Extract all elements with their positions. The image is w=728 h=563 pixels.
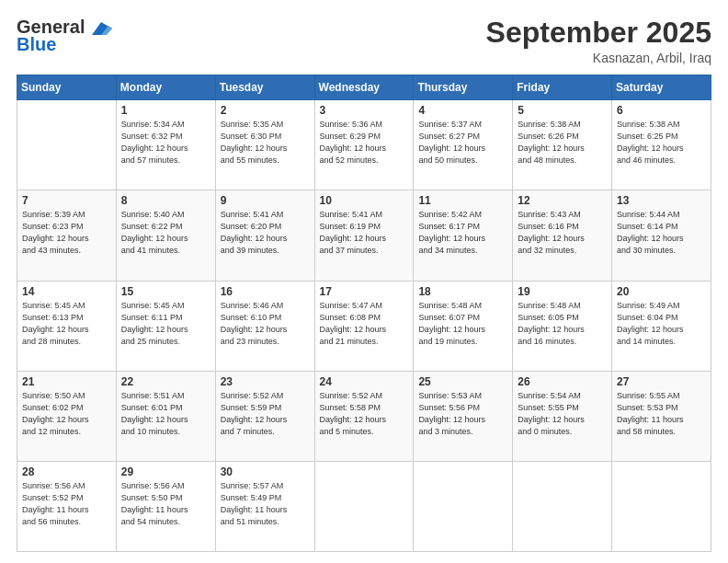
day-number: 17 xyxy=(320,285,409,298)
day-info: Sunrise: 5:49 AM Sunset: 6:04 PM Dayligh… xyxy=(617,300,706,348)
calendar-cell: 21Sunrise: 5:50 AM Sunset: 6:02 PM Dayli… xyxy=(17,371,117,461)
day-info: Sunrise: 5:57 AM Sunset: 5:49 PM Dayligh… xyxy=(221,480,310,528)
day-info: Sunrise: 5:50 AM Sunset: 6:02 PM Dayligh… xyxy=(22,390,111,438)
calendar-cell: 10Sunrise: 5:41 AM Sunset: 6:19 PM Dayli… xyxy=(314,190,414,281)
calendar-cell xyxy=(314,461,414,551)
day-number: 6 xyxy=(617,104,706,117)
month-title: September 2025 xyxy=(486,17,711,49)
week-row-2: 7Sunrise: 5:39 AM Sunset: 6:23 PM Daylig… xyxy=(17,190,711,281)
day-info: Sunrise: 5:51 AM Sunset: 6:01 PM Dayligh… xyxy=(121,390,210,438)
day-number: 7 xyxy=(22,194,111,207)
day-number: 21 xyxy=(22,375,111,388)
day-info: Sunrise: 5:34 AM Sunset: 6:32 PM Dayligh… xyxy=(121,119,210,167)
calendar-cell: 29Sunrise: 5:56 AM Sunset: 5:50 PM Dayli… xyxy=(116,461,215,551)
day-number: 12 xyxy=(518,194,607,207)
calendar-cell: 11Sunrise: 5:42 AM Sunset: 6:17 PM Dayli… xyxy=(414,190,513,281)
day-number: 2 xyxy=(221,104,310,117)
col-friday: Friday xyxy=(513,75,612,100)
week-row-3: 14Sunrise: 5:45 AM Sunset: 6:13 PM Dayli… xyxy=(17,281,711,371)
calendar-cell: 22Sunrise: 5:51 AM Sunset: 6:01 PM Dayli… xyxy=(116,371,215,461)
title-block: September 2025 Kasnazan, Arbil, Iraq xyxy=(486,17,711,65)
calendar-cell: 12Sunrise: 5:43 AM Sunset: 6:16 PM Dayli… xyxy=(513,190,612,281)
day-number: 3 xyxy=(320,104,409,117)
week-row-1: 1Sunrise: 5:34 AM Sunset: 6:32 PM Daylig… xyxy=(17,100,711,190)
calendar-cell xyxy=(612,461,711,551)
calendar-cell: 2Sunrise: 5:35 AM Sunset: 6:30 PM Daylig… xyxy=(215,100,314,190)
calendar-cell: 9Sunrise: 5:41 AM Sunset: 6:20 PM Daylig… xyxy=(215,190,314,281)
day-info: Sunrise: 5:45 AM Sunset: 6:11 PM Dayligh… xyxy=(121,300,210,348)
day-info: Sunrise: 5:37 AM Sunset: 6:27 PM Dayligh… xyxy=(418,119,507,167)
day-info: Sunrise: 5:39 AM Sunset: 6:23 PM Dayligh… xyxy=(22,209,111,257)
day-info: Sunrise: 5:40 AM Sunset: 6:22 PM Dayligh… xyxy=(121,209,210,257)
day-number: 1 xyxy=(121,104,210,117)
header: General Blue September 2025 Kasnazan, Ar… xyxy=(17,17,711,65)
calendar-cell xyxy=(17,100,117,190)
day-info: Sunrise: 5:48 AM Sunset: 6:05 PM Dayligh… xyxy=(518,300,607,348)
calendar-cell: 18Sunrise: 5:48 AM Sunset: 6:07 PM Dayli… xyxy=(414,281,513,371)
day-info: Sunrise: 5:36 AM Sunset: 6:29 PM Dayligh… xyxy=(320,119,409,167)
week-row-4: 21Sunrise: 5:50 AM Sunset: 6:02 PM Dayli… xyxy=(17,371,711,461)
day-number: 13 xyxy=(617,194,706,207)
logo-icon xyxy=(92,22,112,35)
day-number: 16 xyxy=(221,285,310,298)
day-info: Sunrise: 5:45 AM Sunset: 6:13 PM Dayligh… xyxy=(22,300,111,348)
calendar-cell: 30Sunrise: 5:57 AM Sunset: 5:49 PM Dayli… xyxy=(215,461,314,551)
day-info: Sunrise: 5:38 AM Sunset: 6:26 PM Dayligh… xyxy=(518,119,607,167)
col-sunday: Sunday xyxy=(17,75,117,100)
calendar-cell: 23Sunrise: 5:52 AM Sunset: 5:59 PM Dayli… xyxy=(215,371,314,461)
calendar-table: Sunday Monday Tuesday Wednesday Thursday… xyxy=(17,75,711,552)
day-info: Sunrise: 5:41 AM Sunset: 6:19 PM Dayligh… xyxy=(320,209,409,257)
calendar-cell: 16Sunrise: 5:46 AM Sunset: 6:10 PM Dayli… xyxy=(215,281,314,371)
day-number: 23 xyxy=(221,375,310,388)
day-number: 26 xyxy=(518,375,607,388)
day-number: 5 xyxy=(518,104,607,117)
weekday-row: Sunday Monday Tuesday Wednesday Thursday… xyxy=(17,75,711,100)
day-info: Sunrise: 5:52 AM Sunset: 5:59 PM Dayligh… xyxy=(221,390,310,438)
calendar-cell: 25Sunrise: 5:53 AM Sunset: 5:56 PM Dayli… xyxy=(414,371,513,461)
day-info: Sunrise: 5:55 AM Sunset: 5:53 PM Dayligh… xyxy=(617,390,706,438)
calendar-cell: 17Sunrise: 5:47 AM Sunset: 6:08 PM Dayli… xyxy=(314,281,414,371)
day-number: 9 xyxy=(221,194,310,207)
logo-text-block: General Blue xyxy=(17,17,112,55)
day-number: 29 xyxy=(121,465,210,478)
day-info: Sunrise: 5:56 AM Sunset: 5:50 PM Dayligh… xyxy=(121,480,210,528)
day-info: Sunrise: 5:47 AM Sunset: 6:08 PM Dayligh… xyxy=(320,300,409,348)
day-info: Sunrise: 5:35 AM Sunset: 6:30 PM Dayligh… xyxy=(221,119,310,167)
col-tuesday: Tuesday xyxy=(215,75,314,100)
col-saturday: Saturday xyxy=(612,75,711,100)
calendar-body: 1Sunrise: 5:34 AM Sunset: 6:32 PM Daylig… xyxy=(17,100,711,552)
col-wednesday: Wednesday xyxy=(314,75,414,100)
day-info: Sunrise: 5:46 AM Sunset: 6:10 PM Dayligh… xyxy=(221,300,310,348)
logo: General Blue xyxy=(17,17,112,55)
day-number: 15 xyxy=(121,285,210,298)
day-info: Sunrise: 5:48 AM Sunset: 6:07 PM Dayligh… xyxy=(418,300,507,348)
calendar-cell: 15Sunrise: 5:45 AM Sunset: 6:11 PM Dayli… xyxy=(116,281,215,371)
day-number: 14 xyxy=(22,285,111,298)
day-info: Sunrise: 5:52 AM Sunset: 5:58 PM Dayligh… xyxy=(320,390,409,438)
calendar-cell: 1Sunrise: 5:34 AM Sunset: 6:32 PM Daylig… xyxy=(116,100,215,190)
day-number: 25 xyxy=(418,375,507,388)
day-info: Sunrise: 5:44 AM Sunset: 6:14 PM Dayligh… xyxy=(617,209,706,257)
calendar-cell xyxy=(513,461,612,551)
calendar-cell: 5Sunrise: 5:38 AM Sunset: 6:26 PM Daylig… xyxy=(513,100,612,190)
calendar-cell: 28Sunrise: 5:56 AM Sunset: 5:52 PM Dayli… xyxy=(17,461,117,551)
day-number: 8 xyxy=(121,194,210,207)
calendar-cell: 6Sunrise: 5:38 AM Sunset: 6:25 PM Daylig… xyxy=(612,100,711,190)
day-number: 11 xyxy=(418,194,507,207)
day-info: Sunrise: 5:38 AM Sunset: 6:25 PM Dayligh… xyxy=(617,119,706,167)
day-number: 10 xyxy=(320,194,409,207)
calendar-cell: 13Sunrise: 5:44 AM Sunset: 6:14 PM Dayli… xyxy=(612,190,711,281)
col-thursday: Thursday xyxy=(414,75,513,100)
calendar-cell: 26Sunrise: 5:54 AM Sunset: 5:55 PM Dayli… xyxy=(513,371,612,461)
col-monday: Monday xyxy=(116,75,215,100)
logo-blue: Blue xyxy=(17,34,112,55)
day-info: Sunrise: 5:56 AM Sunset: 5:52 PM Dayligh… xyxy=(22,480,111,528)
calendar-cell: 20Sunrise: 5:49 AM Sunset: 6:04 PM Dayli… xyxy=(612,281,711,371)
calendar-header: Sunday Monday Tuesday Wednesday Thursday… xyxy=(17,75,711,100)
day-number: 28 xyxy=(22,465,111,478)
calendar-cell: 27Sunrise: 5:55 AM Sunset: 5:53 PM Dayli… xyxy=(612,371,711,461)
day-info: Sunrise: 5:54 AM Sunset: 5:55 PM Dayligh… xyxy=(518,390,607,438)
week-row-5: 28Sunrise: 5:56 AM Sunset: 5:52 PM Dayli… xyxy=(17,461,711,551)
day-number: 27 xyxy=(617,375,706,388)
calendar-cell: 8Sunrise: 5:40 AM Sunset: 6:22 PM Daylig… xyxy=(116,190,215,281)
